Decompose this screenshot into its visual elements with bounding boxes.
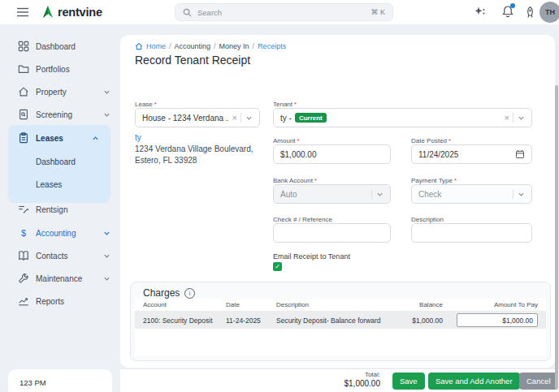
- search-shortcut: ⌘ K: [370, 8, 385, 16]
- chevron-down-icon[interactable]: [376, 191, 384, 198]
- chevron-down-icon: [103, 275, 110, 282]
- cancel-button[interactable]: Cancel: [519, 373, 558, 390]
- rentvine-logo-text[interactable]: rentvine: [58, 6, 102, 19]
- chevron-down-icon: [103, 252, 110, 260]
- lease-address: 1234 Verdana Village Boulevard, Estero, …: [135, 144, 275, 166]
- bank-account-label: Bank Account*: [273, 177, 317, 184]
- sidebar-item-dashboard[interactable]: Dashboard: [18, 38, 110, 54]
- sidebar-sublabel: Dashboard: [36, 157, 76, 166]
- divider: [371, 189, 372, 199]
- chevron-down-icon: [103, 88, 110, 96]
- avatar-initials: TH: [545, 8, 555, 16]
- sidebar-label: Screening: [36, 110, 103, 119]
- wrench-icon: [18, 273, 29, 284]
- breadcrumb-money-in[interactable]: Money In: [219, 42, 249, 50]
- breadcrumb-home-link[interactable]: Home: [146, 42, 166, 50]
- col-header-balance: Balance: [376, 301, 443, 308]
- sidebar-label: Dashboard: [36, 42, 76, 51]
- chevron-down-icon[interactable]: [245, 114, 253, 122]
- page-title: Record Tenant Receipt: [135, 54, 250, 67]
- sidebar-sublabel: Leases: [36, 180, 62, 189]
- sidebar-subitem-leases-dashboard[interactable]: Dashboard: [36, 157, 76, 166]
- required-asterisk: *: [314, 177, 317, 184]
- charges-title: Charges: [143, 287, 180, 299]
- date-posted-input[interactable]: 11/24/2025: [411, 144, 532, 164]
- amount-to-pay-input[interactable]: [457, 313, 538, 327]
- sidebar-item-property[interactable]: Property: [18, 84, 110, 100]
- date-posted-label: Date Posted*: [411, 137, 451, 144]
- sidebar-item-maintenance[interactable]: Maintenance: [18, 270, 110, 286]
- sidebar-label: Portfolios: [36, 65, 70, 74]
- app-window: rentvine Search ⌘ K TH Dashboard Portfol…: [0, 0, 559, 392]
- tenant-select[interactable]: ty - Current ×: [273, 108, 532, 127]
- breadcrumb-separator: /: [169, 42, 171, 50]
- chevron-down-icon[interactable]: [518, 114, 525, 122]
- sidebar-label: Reports: [36, 297, 64, 306]
- rocket-icon[interactable]: [524, 6, 536, 19]
- required-asterisk: *: [294, 101, 297, 108]
- sidebar-item-portfolios[interactable]: Portfolios: [18, 61, 110, 77]
- sidebar-label: Leases: [36, 134, 92, 143]
- chevron-down-icon: [103, 111, 110, 118]
- email-receipt-checkbox[interactable]: ✓: [273, 262, 282, 271]
- home-icon: [135, 42, 143, 50]
- required-asterisk: *: [154, 101, 157, 108]
- tenant-label: Tenant*: [273, 101, 297, 108]
- home-icon: [18, 86, 29, 97]
- sidebar-item-rentsign[interactable]: Rentsign: [18, 201, 110, 218]
- sidebar-item-reports[interactable]: Reports: [18, 293, 110, 309]
- divider: [513, 189, 514, 199]
- current-status-badge: Current: [295, 113, 327, 123]
- description-label: Description: [411, 216, 444, 223]
- save-and-add-another-button[interactable]: Save and Add Another: [428, 373, 520, 390]
- ai-sparkle-icon[interactable]: [474, 6, 487, 19]
- search-input[interactable]: Search ⌘ K: [175, 3, 393, 21]
- payment-type-label: Payment Type*: [411, 177, 457, 184]
- grid-icon: [18, 41, 29, 52]
- sidebar-item-accounting[interactable]: $ Accounting: [18, 225, 110, 241]
- bank-account-value: Auto: [280, 190, 371, 199]
- clear-icon[interactable]: ×: [501, 113, 513, 123]
- payment-type-select[interactable]: Check: [411, 184, 532, 204]
- check-reference-input[interactable]: [273, 223, 391, 243]
- lease-select[interactable]: House - 1234 Verdana ... ×: [135, 108, 260, 127]
- sidebar-account-card[interactable]: 123 PM: [8, 369, 112, 392]
- sidebar-item-contacts[interactable]: Contacts: [18, 248, 110, 264]
- breadcrumb-receipts-link[interactable]: Receipts: [258, 42, 286, 50]
- check-icon: ✓: [275, 263, 280, 270]
- sidebar-item-leases[interactable]: Leases: [18, 130, 99, 146]
- cell-date: 11-24-2025: [226, 317, 261, 325]
- clipboard-icon: [18, 132, 29, 144]
- divider: [240, 113, 241, 123]
- lease-label: Lease*: [135, 101, 157, 108]
- description-input[interactable]: [411, 223, 532, 243]
- top-header: rentvine Search ⌘ K TH: [0, 0, 559, 24]
- user-avatar[interactable]: TH: [540, 2, 559, 23]
- rentvine-logo-icon[interactable]: [41, 4, 55, 19]
- required-asterisk: *: [448, 137, 451, 144]
- col-header-amount-to-pay: Amount To Pay: [457, 301, 538, 308]
- chevron-down-icon[interactable]: [518, 191, 525, 198]
- search-icon: [183, 8, 192, 17]
- sidebar-account-label: 123 PM: [20, 378, 46, 387]
- required-asterisk: *: [454, 177, 457, 184]
- save-button[interactable]: Save: [392, 373, 425, 390]
- required-asterisk: *: [297, 137, 300, 144]
- breadcrumb-accounting[interactable]: Accounting: [175, 42, 211, 50]
- tenant-name-link[interactable]: ty: [135, 133, 141, 142]
- sidebar-item-screening[interactable]: Screening: [18, 106, 110, 123]
- col-header-date: Date: [226, 301, 240, 308]
- vertical-scrollbar[interactable]: [555, 85, 558, 390]
- sidebar-subitem-leases-leases[interactable]: Leases: [36, 180, 62, 189]
- bank-account-select[interactable]: Auto: [273, 184, 391, 204]
- total-value: $1,000.00: [323, 379, 380, 388]
- breadcrumb-separator: /: [214, 42, 216, 50]
- clear-icon[interactable]: ×: [229, 113, 240, 123]
- amount-input[interactable]: [273, 144, 391, 164]
- chart-icon: [18, 295, 29, 307]
- lease-select-value: House - 1234 Verdana ...: [142, 114, 229, 123]
- calendar-icon[interactable]: [515, 149, 525, 159]
- divider: [513, 113, 514, 123]
- hamburger-menu-icon[interactable]: [16, 6, 29, 18]
- info-icon[interactable]: i: [184, 288, 195, 299]
